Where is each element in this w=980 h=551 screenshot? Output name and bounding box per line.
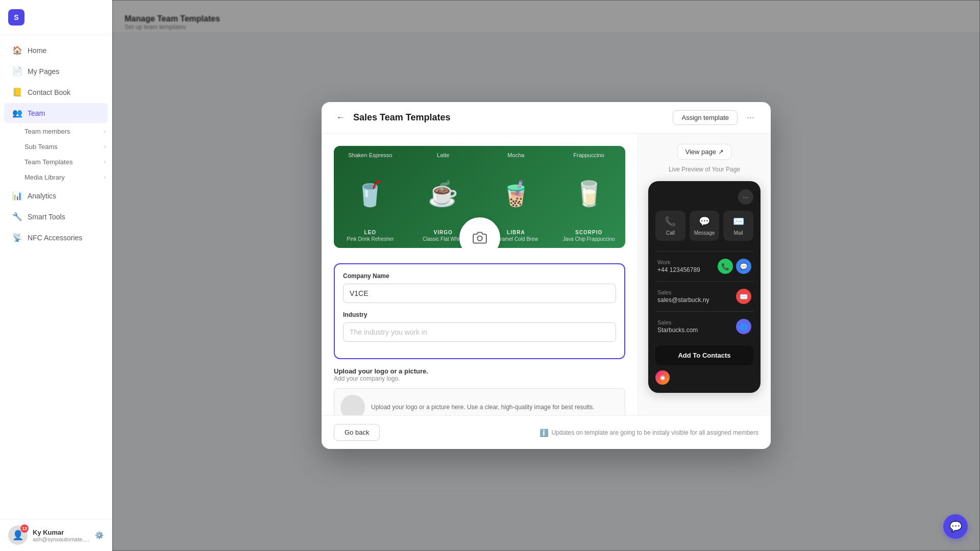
- sales-email-button[interactable]: ✉️: [736, 289, 751, 304]
- sales-web-actions: 🌐: [736, 319, 751, 334]
- info-icon: ℹ️: [540, 429, 548, 437]
- sidebar-item-smart-tools[interactable]: 🔧 Smart Tools: [4, 207, 108, 227]
- phone-contact-sales-web: Sales Starbucks.com 🌐: [655, 319, 753, 334]
- settings-icon[interactable]: ⚙️: [95, 531, 104, 539]
- home-icon: 🏠: [12, 45, 22, 55]
- phone-contact-sales-email-info: Sales sales@starbuck.ny: [657, 289, 709, 304]
- work-call-button[interactable]: 📞: [718, 259, 733, 274]
- upload-section: Upload your logo or a picture. Add your …: [334, 367, 625, 415]
- phone-message-button[interactable]: 💬 Message: [690, 211, 720, 241]
- message-icon: 💬: [699, 216, 710, 227]
- view-page-button[interactable]: View page ↗: [677, 144, 731, 160]
- social-icon[interactable]: ◉: [655, 370, 670, 385]
- upload-subtitle: Add your company logo.: [334, 375, 625, 382]
- svg-point-0: [477, 236, 482, 241]
- sidebar-item-nfc-accessories[interactable]: 📡 NFC Accessories: [4, 228, 108, 247]
- banner-label-mocha: Mocha: [507, 152, 524, 158]
- phone-more-button[interactable]: ···: [738, 189, 753, 205]
- media-library-chevron: ›: [104, 174, 106, 180]
- company-name-input[interactable]: [343, 284, 616, 303]
- mail-icon: ✉️: [733, 216, 744, 227]
- banner-drink-name-scorpio: Java Chip Frappuccino: [562, 236, 615, 242]
- modal-more-options-button[interactable]: ···: [743, 110, 758, 125]
- mail-label: Mail: [734, 230, 743, 236]
- modal-left-panel: Shaken Espresso 🥤 LEO Pink Drink Refresh…: [322, 134, 638, 415]
- sidebar-sub-media-library[interactable]: Media Library ›: [18, 170, 112, 185]
- phone-contact-sales-web-info: Sales Starbucks.com: [657, 319, 698, 334]
- phone-dots-container: ···: [655, 189, 753, 205]
- sales-web-value: Starbucks.com: [657, 327, 698, 334]
- media-library-label: Media Library: [24, 173, 65, 181]
- sidebar: S 🏠 Home 📄 My Pages 📒 Contact Book 👥 Tea…: [0, 0, 112, 551]
- banner-sign-virgo: VIRGO: [434, 230, 453, 235]
- banner-label-shaken: Shaken Espresso: [348, 152, 392, 158]
- banner-sign-leo: LEO: [364, 230, 377, 235]
- sidebar-sub-team-members[interactable]: Team members ›: [18, 124, 112, 139]
- sales-web-button[interactable]: 🌐: [736, 319, 751, 334]
- chat-button[interactable]: 💬: [943, 514, 968, 539]
- sales-email-value: sales@starbuck.ny: [657, 296, 709, 304]
- banner-col-scorpio: Frappuccino 🥛 SCORPIO Java Chip Frappucc…: [552, 146, 625, 248]
- user-name: Ky Kumar: [33, 529, 90, 536]
- work-contact-type: Work: [657, 259, 700, 265]
- go-back-button[interactable]: Go back: [334, 424, 380, 441]
- sidebar-item-my-pages-label: My Pages: [28, 67, 59, 76]
- modal-back-button[interactable]: ←: [334, 110, 347, 125]
- preview-label: Live Preview of Your Page: [669, 166, 740, 173]
- sidebar-sub-sub-teams[interactable]: Sub Teams ›: [18, 139, 112, 154]
- team-templates-chevron: ›: [104, 159, 106, 165]
- modal: ← Sales Team Templates Assign template ·…: [322, 102, 771, 449]
- camera-icon: [473, 231, 487, 245]
- phone-call-button[interactable]: 📞 Call: [655, 211, 685, 241]
- banner-sign-scorpio: SCORPIO: [575, 230, 602, 235]
- call-label: Call: [666, 230, 675, 236]
- sidebar-item-nfc-accessories-label: NFC Accessories: [28, 234, 82, 242]
- add-to-contacts-button[interactable]: Add To Contacts: [655, 345, 753, 365]
- phone-mail-button[interactable]: ✉️ Mail: [723, 211, 753, 241]
- info-note-text: Updates on template are going to be inst…: [551, 429, 758, 436]
- sidebar-sub-team-templates[interactable]: Team Templates ›: [18, 155, 112, 169]
- phone-contact-sales-email: Sales sales@starbuck.ny ✉️: [655, 289, 753, 304]
- banner-drink-libra: 🧋: [501, 158, 531, 230]
- message-label: Message: [694, 230, 715, 236]
- team-templates-label: Team Templates: [24, 158, 72, 166]
- modal-header-left: ← Sales Team Templates: [334, 110, 450, 125]
- banner-label-frappuccino: Frappuccino: [573, 152, 604, 158]
- sales-email-type: Sales: [657, 289, 709, 295]
- sidebar-logo: S: [0, 0, 112, 35]
- phone-actions: 📞 Call 💬 Message ✉️ Mail: [655, 211, 753, 241]
- phone-contact-work-info: Work +44 123456789: [657, 259, 700, 273]
- sidebar-item-home[interactable]: 🏠 Home: [4, 40, 108, 60]
- phone-preview: ··· 📞 Call 💬 Message ✉️ Ma: [648, 181, 761, 393]
- sidebar-user: 👤 13 Ky Kumar ash@synxautomate.com ⚙️: [0, 519, 112, 551]
- sidebar-item-team[interactable]: 👥 Team: [4, 103, 108, 123]
- sub-teams-chevron: ›: [104, 144, 106, 149]
- smart-tools-icon: 🔧: [12, 212, 22, 221]
- sidebar-nav: 🏠 Home 📄 My Pages 📒 Contact Book 👥 Team …: [0, 35, 112, 519]
- upload-area[interactable]: Upload your logo or a picture here. Use …: [334, 388, 625, 415]
- nfc-icon: 📡: [12, 233, 22, 242]
- banner-drink-name-virgo: Classic Flat White: [423, 236, 463, 242]
- notification-badge: 13: [20, 524, 29, 533]
- sidebar-sub-team: Team members › Sub Teams › Team Template…: [0, 124, 112, 185]
- sidebar-item-contact-book-label: Contact Book: [28, 88, 70, 96]
- banner-drink-name-libra: Caramel Cold Brew: [494, 236, 538, 242]
- sidebar-item-team-label: Team: [28, 109, 45, 117]
- sidebar-item-contact-book[interactable]: 📒 Contact Book: [4, 82, 108, 102]
- work-contact-actions: 📞 💬: [718, 259, 751, 274]
- banner-drink-virgo: ☕: [428, 158, 458, 230]
- sidebar-item-my-pages[interactable]: 📄 My Pages: [4, 61, 108, 81]
- sidebar-item-smart-tools-label: Smart Tools: [28, 213, 65, 221]
- sidebar-item-analytics[interactable]: 📊 Analytics: [4, 186, 108, 206]
- phone-bottom-icon: ◉: [655, 370, 753, 385]
- analytics-icon: 📊: [12, 191, 22, 201]
- assign-template-button[interactable]: Assign template: [673, 110, 738, 125]
- work-message-button[interactable]: 💬: [736, 259, 751, 274]
- user-avatar-container: 👤 13: [8, 525, 28, 545]
- team-members-label: Team members: [24, 128, 70, 135]
- modal-header: ← Sales Team Templates Assign template ·…: [322, 102, 771, 134]
- upload-description: Upload your logo or a picture here. Use …: [371, 404, 595, 411]
- modal-body: Shaken Espresso 🥤 LEO Pink Drink Refresh…: [322, 134, 771, 415]
- modal-overlay: ← Sales Team Templates Assign template ·…: [112, 0, 980, 551]
- industry-input[interactable]: [343, 322, 616, 342]
